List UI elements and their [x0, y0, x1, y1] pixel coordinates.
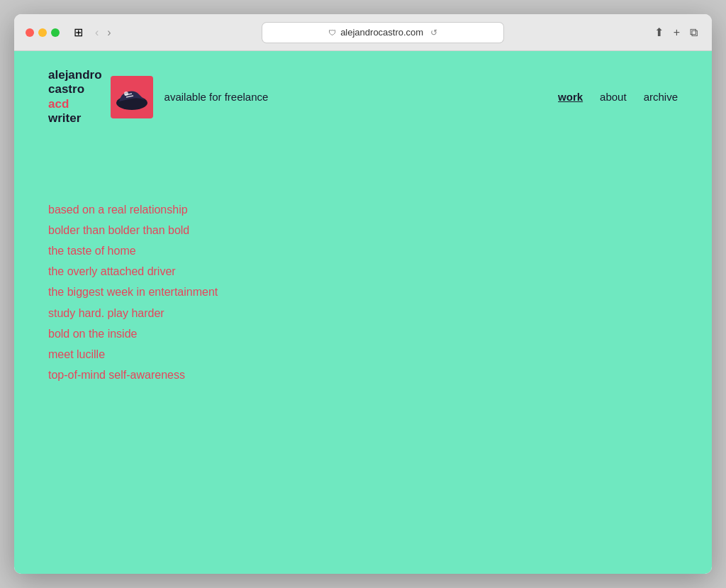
url-text: alejandrocastro.com	[340, 27, 423, 38]
traffic-lights	[26, 28, 60, 37]
close-button[interactable]	[26, 28, 34, 37]
tagline: available for freelance	[164, 91, 269, 103]
sidebar-icon: ⊞	[74, 26, 83, 39]
page-content: alejandro castro acd writer	[14, 51, 712, 574]
minimize-button[interactable]	[38, 28, 47, 37]
address-bar-wrapper: 🛡 alejandrocastro.com ↺	[123, 23, 643, 43]
address-bar[interactable]: 🛡 alejandrocastro.com ↺	[262, 23, 503, 43]
work-item[interactable]: meet lucille	[48, 345, 678, 364]
logo-text: alejandro castro acd writer	[48, 68, 102, 126]
nav-about[interactable]: about	[600, 91, 627, 103]
sidebar-toggle[interactable]: ⊞	[74, 26, 83, 39]
work-item[interactable]: the overly attached driver	[48, 262, 678, 281]
work-item[interactable]: bolder than bolder than bold	[48, 221, 678, 240]
maximize-button[interactable]	[51, 28, 60, 37]
work-item[interactable]: bold on the inside	[48, 324, 678, 343]
reload-icon: ↺	[430, 28, 437, 38]
work-item[interactable]: based on a real relationship	[48, 200, 678, 219]
browser-chrome: ⊞ ‹ › 🛡 alejandrocastro.com ↺ ⬆ + ⧉	[14, 14, 712, 51]
forward-button[interactable]: ›	[104, 25, 114, 40]
work-list: based on a real relationshipbolder than …	[14, 143, 712, 442]
security-icon: 🛡	[328, 28, 336, 37]
nav-work[interactable]: work	[558, 91, 583, 103]
work-item[interactable]: the biggest week in entertainment	[48, 282, 678, 301]
browser-actions: ⬆ + ⧉	[652, 24, 700, 40]
nav-arrows: ‹ ›	[91, 25, 115, 40]
work-item[interactable]: study hard. play harder	[48, 304, 678, 323]
back-button[interactable]: ‹	[91, 25, 102, 40]
browser-window: ⊞ ‹ › 🛡 alejandrocastro.com ↺ ⬆ + ⧉ alej…	[14, 14, 712, 574]
site-header: alejandro castro acd writer	[14, 51, 712, 143]
logo-icon	[111, 76, 153, 118]
new-tab-button[interactable]: +	[671, 25, 683, 40]
tabs-button[interactable]: ⧉	[687, 25, 700, 40]
site-nav: work about archive	[558, 91, 678, 103]
work-item[interactable]: top-of-mind self-awareness	[48, 365, 678, 384]
nav-archive[interactable]: archive	[644, 91, 678, 103]
share-button[interactable]: ⬆	[652, 24, 666, 40]
work-item[interactable]: the taste of home	[48, 241, 678, 260]
logo-area: alejandro castro acd writer	[48, 68, 268, 126]
